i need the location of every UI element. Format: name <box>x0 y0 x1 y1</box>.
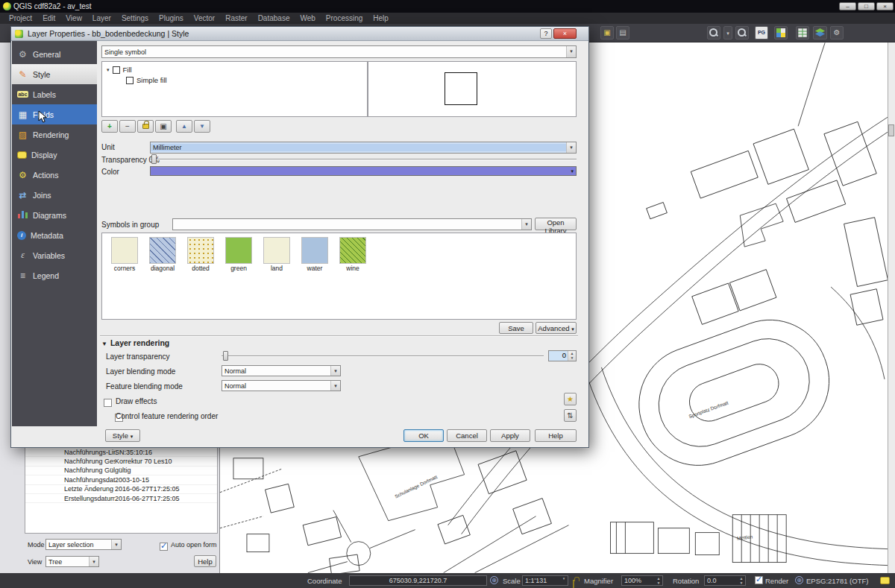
spinner-arrows-icon[interactable]: ▲▼ <box>568 351 576 361</box>
menu-project[interactable]: Project <box>4 13 37 23</box>
menu-database[interactable]: Database <box>254 13 295 23</box>
open-library-button[interactable]: Open Library <box>535 218 577 230</box>
menu-settings[interactable]: Settings <box>117 13 153 23</box>
menu-processing[interactable]: Processing <box>321 13 367 23</box>
layer-transparency-spinner[interactable]: 0 ▲▼ <box>548 350 577 361</box>
tab-display[interactable]: Display <box>12 145 97 165</box>
table-row[interactable]: Nachführungs-LinkSN:35:10:16 <box>25 448 217 457</box>
symbol-preset-land[interactable]: land <box>260 237 293 272</box>
coordinate-input[interactable] <box>349 575 487 586</box>
view-select[interactable]: Tree▾ <box>45 556 99 567</box>
add-symbol-layer-button[interactable]: + <box>101 120 118 133</box>
render-checkbox[interactable] <box>755 576 763 584</box>
toolbar-extra-icon-1[interactable]: ▣ <box>600 26 614 39</box>
save-symbol-button[interactable]: Save <box>499 322 533 334</box>
expander-icon[interactable]: ▾ <box>107 67 110 73</box>
menu-view[interactable]: View <box>61 13 87 23</box>
attribute-table-icon[interactable] <box>796 26 809 39</box>
lock-symbol-layer-button[interactable] <box>137 120 154 133</box>
symbols-group-select[interactable]: ▾ <box>172 218 532 230</box>
spinner-arrows-icon[interactable]: ▲▼ <box>655 576 662 585</box>
auto-open-form-checkbox[interactable] <box>160 543 168 551</box>
minimize-button[interactable]: – <box>839 2 856 10</box>
tab-legend[interactable]: ≡Legend <box>12 265 97 285</box>
color-button[interactable]: ▾ <box>150 166 577 176</box>
table-row[interactable]: Nachführungsdatum2003-10-15 <box>25 475 217 484</box>
symbol-preset-wine[interactable]: wine <box>336 237 369 272</box>
duplicate-symbol-layer-button[interactable]: ▣ <box>155 120 172 133</box>
tab-rendering[interactable]: ▨Rendering <box>12 124 97 145</box>
symbol-preset-dotted[interactable]: dotted <box>184 237 217 272</box>
apply-button[interactable]: Apply <box>490 429 530 442</box>
extent-icon[interactable]: ⊕ <box>490 576 498 584</box>
symbol-preset-water[interactable]: water <box>298 237 331 272</box>
menu-plugins[interactable]: Plugins <box>154 13 188 23</box>
rendering-order-button[interactable]: ⇅ <box>564 409 577 422</box>
move-layer-down-button[interactable]: ▼ <box>194 120 210 133</box>
tab-variables[interactable]: εVariables <box>12 245 97 265</box>
remove-symbol-layer-button[interactable]: − <box>119 120 136 133</box>
toolbar-extra-icon-2[interactable]: ▤ <box>616 26 629 39</box>
postgis-icon[interactable]: PG <box>755 26 768 39</box>
scale-select[interactable]: 1:1'131▾ <box>522 575 568 586</box>
message-log-icon[interactable] <box>880 577 890 584</box>
advanced-button[interactable]: Advanced ▾ <box>536 322 577 334</box>
menu-help[interactable]: Help <box>368 13 393 23</box>
layer-blending-select[interactable]: Normal▾ <box>222 365 341 376</box>
tab-style[interactable]: ✎Style <box>12 64 97 84</box>
layer-transparency-slider[interactable] <box>222 351 544 361</box>
draw-effects-checkbox[interactable] <box>104 399 112 407</box>
unit-select[interactable]: Millimeter▾ <box>150 142 577 154</box>
maximize-button[interactable]: □ <box>858 2 875 10</box>
tab-fields[interactable]: ▦Fields <box>12 104 97 124</box>
tab-metadata[interactable]: iMetadata <box>12 225 97 245</box>
tab-joins[interactable]: ⇄Joins <box>12 185 97 205</box>
dock-toggle-button[interactable] <box>888 124 894 136</box>
identify-help-button[interactable]: Help <box>194 555 216 567</box>
zoom-dropdown-caret[interactable]: ▾ <box>723 26 732 39</box>
lock-icon[interactable] <box>573 580 574 588</box>
crs-status-button[interactable]: EPSG:21781 (OTF) <box>806 577 868 585</box>
tab-general[interactable]: ⚙General <box>12 44 97 64</box>
slider-thumb[interactable] <box>151 154 157 164</box>
feature-blending-select[interactable]: Normal▾ <box>222 380 341 391</box>
dialog-close-button[interactable]: × <box>553 28 577 39</box>
slider-thumb[interactable] <box>223 351 228 361</box>
menu-layer[interactable]: Layer <box>88 13 116 23</box>
close-button[interactable]: × <box>876 2 894 10</box>
style-menu-button[interactable]: Style ▾ <box>105 429 140 442</box>
menu-raster[interactable]: Raster <box>221 13 251 23</box>
layer-rendering-header[interactable]: ▼Layer rendering <box>101 338 169 347</box>
tab-diagrams[interactable]: Diagrams <box>12 205 97 225</box>
dialog-titlebar[interactable]: Layer Properties - bb_bodenbedeckung | S… <box>11 27 588 41</box>
zoom-icon[interactable] <box>735 26 749 39</box>
symbol-type-select[interactable]: Single symbol▾ <box>101 45 577 58</box>
rotation-spinner[interactable]: 0.0▲▼ <box>704 575 746 586</box>
symbol-preset-green[interactable]: green <box>222 237 255 272</box>
checker-icon[interactable] <box>774 26 788 39</box>
tree-item-fill[interactable]: ▾ Fill <box>107 66 132 74</box>
table-row[interactable]: Letzte Änderung2016-06-27T17:25:05 <box>25 485 217 494</box>
settings-icon[interactable]: ⚙ <box>830 26 844 39</box>
zoom-last-icon[interactable] <box>707 26 720 39</box>
menu-vector[interactable]: Vector <box>189 13 219 23</box>
symbol-preset-corners[interactable]: corners <box>108 237 141 272</box>
menu-edit[interactable]: Edit <box>38 13 60 23</box>
menu-web[interactable]: Web <box>295 13 319 23</box>
symbol-preset-diagonal[interactable]: diagonal <box>146 237 179 272</box>
help-button[interactable]: Help <box>535 429 577 442</box>
cancel-button[interactable]: Cancel <box>447 429 487 442</box>
table-row[interactable]: Nachführung Gültigkeitgültig <box>25 467 217 475</box>
mode-select[interactable]: Layer selection▾ <box>45 539 122 550</box>
transparency-slider[interactable] <box>150 154 577 164</box>
layers-icon[interactable] <box>813 26 827 39</box>
magnifier-spinner[interactable]: 100%▲▼ <box>621 575 663 586</box>
spinner-arrows-icon[interactable]: ▲▼ <box>738 576 745 585</box>
dialog-help-button[interactable]: ? <box>540 28 552 39</box>
effects-options-button[interactable]: ★ <box>564 393 577 405</box>
tree-item-simple-fill[interactable]: Simple fill <box>126 76 167 84</box>
ok-button[interactable]: OK <box>403 429 444 442</box>
tab-actions[interactable]: ⚙Actions <box>12 165 97 185</box>
table-row[interactable]: Nachführung GeschäftKorrektur 70 Les10 <box>25 457 217 466</box>
move-layer-up-button[interactable]: ▲ <box>176 120 192 133</box>
